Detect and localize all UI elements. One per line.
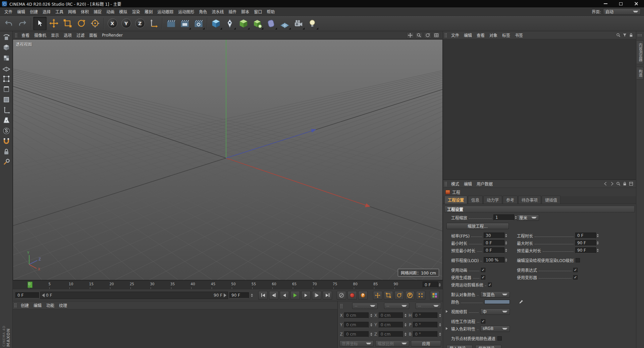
object-menu-tags[interactable]: 标签: [500, 31, 513, 39]
scale-tool-button[interactable]: [61, 17, 74, 30]
tab-info[interactable]: 信息: [468, 196, 483, 204]
rotation-column-dropdown[interactable]: --: [416, 303, 441, 309]
preview-min-field[interactable]: 0 F: [484, 247, 507, 253]
fps-field[interactable]: 30: [484, 233, 507, 239]
expander-icon[interactable]: [446, 327, 448, 330]
tab-referencing[interactable]: 参考: [503, 196, 518, 204]
position-y-field[interactable]: 0 cm: [344, 322, 369, 328]
spinner[interactable]: [370, 333, 372, 336]
eyedropper-icon[interactable]: [519, 300, 523, 304]
add-cube-button[interactable]: [209, 17, 223, 30]
menu-motion-tracker[interactable]: 运动跟踪: [155, 8, 176, 15]
start-frame-field[interactable]: 0 F: [15, 292, 39, 298]
lock-workplane-button[interactable]: [1, 147, 12, 156]
modeling-settings-button[interactable]: [1, 157, 12, 167]
keyframe-selection-button[interactable]: ?: [358, 291, 368, 300]
panel-grip-icon[interactable]: [444, 182, 447, 186]
viewport-menu-filter[interactable]: 过滤: [74, 32, 87, 39]
record-scale-button[interactable]: [384, 291, 393, 300]
search-icon[interactable]: [616, 182, 621, 186]
panel-grip-icon[interactable]: [14, 303, 17, 308]
render-settings-button[interactable]: [192, 17, 205, 30]
dock-tab-structure[interactable]: 构造: [637, 67, 644, 80]
add-floor-button[interactable]: [278, 17, 291, 30]
menu-create[interactable]: 创建: [28, 8, 40, 15]
viewport-menu-panel[interactable]: 面板: [87, 32, 100, 39]
enable-axis-button[interactable]: [1, 105, 12, 115]
render-view-button[interactable]: [164, 17, 178, 30]
attribute-menu-userdata[interactable]: 用户数据: [474, 180, 495, 188]
polygons-mode-button[interactable]: [1, 95, 12, 104]
scale-project-button[interactable]: 缩放工程...: [446, 223, 509, 229]
render-picture-viewer-button[interactable]: [178, 17, 192, 30]
menu-mograph[interactable]: 运动图形: [176, 8, 197, 15]
filter-icon[interactable]: [623, 33, 627, 37]
previous-key-button[interactable]: [269, 291, 278, 300]
toggle-view-button[interactable]: [433, 32, 440, 38]
size-z-field[interactable]: 0 cm: [379, 331, 403, 337]
texture-mode-button[interactable]: [1, 53, 12, 63]
spinner[interactable]: [405, 314, 407, 317]
object-menu-edit[interactable]: 编辑: [462, 31, 474, 39]
timeline-options-button[interactable]: [430, 291, 439, 300]
history-forward-icon[interactable]: [610, 182, 614, 186]
panel-grip-icon[interactable]: [444, 33, 447, 38]
menu-animate[interactable]: 动画: [104, 8, 117, 15]
use-motion-system-checkbox[interactable]: ✓: [488, 283, 492, 287]
dock-grip-icon[interactable]: [637, 34, 642, 37]
project-scale-unit-dropdown[interactable]: 厘米: [517, 214, 539, 221]
current-frame-field[interactable]: 0 F: [423, 282, 441, 288]
add-camera-button[interactable]: [292, 17, 305, 30]
previous-frame-button[interactable]: [280, 291, 289, 300]
object-menu-file[interactable]: 文件: [449, 31, 462, 39]
coordinate-system-button[interactable]: [147, 17, 160, 30]
object-menu-view[interactable]: 查看: [474, 31, 487, 39]
apply-button[interactable]: 应用: [411, 340, 441, 347]
object-menu-objects[interactable]: 对象: [487, 31, 500, 39]
color-swatch[interactable]: [484, 300, 510, 304]
make-editable-button[interactable]: [1, 32, 12, 42]
tab-dynamics[interactable]: 动力学: [483, 196, 502, 204]
default-object-color-dropdown[interactable]: 灰蓝色: [480, 291, 510, 298]
project-time-field[interactable]: 0 F: [575, 233, 599, 239]
menu-edit[interactable]: 编辑: [15, 8, 28, 15]
use-generators-checkbox[interactable]: ✓: [481, 275, 485, 280]
menu-render[interactable]: 渲染: [129, 8, 142, 15]
live-selection-button[interactable]: [33, 17, 47, 30]
viewport-menu-display[interactable]: 显示: [49, 32, 61, 39]
menu-simulate[interactable]: 模拟: [117, 8, 129, 15]
add-light-button[interactable]: [306, 17, 319, 30]
panel-grip-icon[interactable]: [15, 33, 17, 38]
add-subdivision-surface-button[interactable]: [237, 17, 250, 30]
end-frame-field[interactable]: 90 F: [229, 292, 249, 298]
node-material-color-checkbox[interactable]: [497, 336, 502, 341]
position-column-dropdown[interactable]: --: [352, 303, 378, 309]
history-back-icon[interactable]: [603, 182, 608, 186]
coordinate-system-dropdown[interactable]: 世界坐标: [339, 340, 374, 347]
menu-file[interactable]: 文件: [2, 8, 15, 15]
edges-mode-button[interactable]: [1, 84, 12, 94]
position-z-field[interactable]: 0 cm: [344, 331, 369, 337]
next-key-button[interactable]: [312, 291, 321, 300]
timeline-ruler[interactable]: 0 5 10 15 20 25 30 35 40 45 50 55 60 65 …: [13, 280, 443, 289]
save-preset-button[interactable]: 保存预设...: [475, 345, 501, 348]
points-mode-button[interactable]: [1, 74, 12, 84]
menu-tools[interactable]: 工具: [53, 8, 66, 15]
model-mode-button[interactable]: [1, 43, 12, 52]
expander-icon[interactable]: [446, 310, 448, 313]
zoom-view-button[interactable]: [415, 32, 423, 38]
spinner[interactable]: [439, 333, 441, 336]
material-menu-create[interactable]: 创建: [18, 301, 31, 309]
record-parameter-button[interactable]: P: [405, 291, 415, 300]
load-preset-button[interactable]: 载入预设...: [446, 345, 473, 348]
viewport-menu-view[interactable]: 查看: [19, 32, 32, 39]
menu-character[interactable]: 角色: [197, 8, 209, 15]
preview-max-field[interactable]: 90 F: [575, 247, 599, 253]
pan-view-button[interactable]: [407, 32, 414, 38]
linear-workflow-checkbox[interactable]: ✓: [481, 319, 485, 324]
size-x-field[interactable]: 0 cm: [379, 312, 403, 318]
attribute-menu-edit[interactable]: 编辑: [462, 180, 474, 188]
viewport-menu-cameras[interactable]: 摄像机: [32, 32, 49, 39]
menu-pipeline[interactable]: 流水线: [209, 8, 226, 15]
material-list[interactable]: [13, 309, 337, 348]
